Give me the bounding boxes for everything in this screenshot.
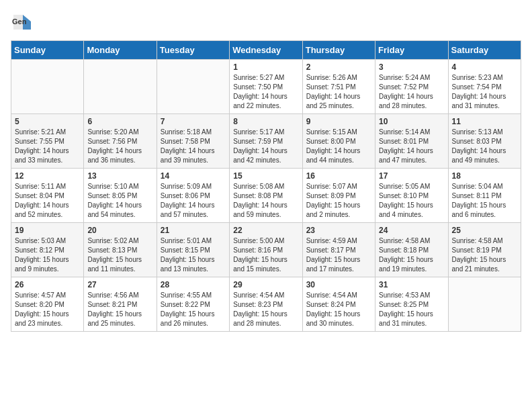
- calendar-day-cell: 21Sunrise: 5:01 AM Sunset: 8:15 PM Dayli…: [157, 223, 229, 277]
- weekday-header: Tuesday: [157, 41, 229, 60]
- calendar-day-cell: 17Sunrise: 5:05 AM Sunset: 8:10 PM Dayli…: [375, 169, 448, 223]
- calendar-day-cell: 3Sunrise: 5:24 AM Sunset: 7:52 PM Daylig…: [375, 60, 448, 114]
- day-info: Sunrise: 4:55 AM Sunset: 8:22 PM Dayligh…: [161, 291, 226, 328]
- calendar-day-cell: 8Sunrise: 5:17 AM Sunset: 7:59 PM Daylig…: [230, 114, 302, 169]
- day-info: Sunrise: 5:07 AM Sunset: 8:09 PM Dayligh…: [306, 182, 371, 220]
- day-number: 29: [233, 280, 298, 289]
- calendar-day-cell: [448, 277, 521, 332]
- day-number: 6: [87, 117, 152, 126]
- logo-icon: Gen: [11, 11, 32, 32]
- calendar-day-cell: 16Sunrise: 5:07 AM Sunset: 8:09 PM Dayli…: [302, 169, 375, 223]
- day-number: 9: [306, 117, 371, 126]
- calendar-day-cell: 13Sunrise: 5:10 AM Sunset: 8:05 PM Dayli…: [84, 169, 157, 223]
- calendar-week-row: 19Sunrise: 5:03 AM Sunset: 8:12 PM Dayli…: [11, 223, 521, 277]
- day-number: 16: [306, 171, 371, 181]
- calendar-day-cell: 22Sunrise: 5:00 AM Sunset: 8:16 PM Dayli…: [230, 223, 302, 277]
- calendar-day-cell: 2Sunrise: 5:26 AM Sunset: 7:51 PM Daylig…: [302, 60, 375, 114]
- calendar-day-cell: 27Sunrise: 4:56 AM Sunset: 8:21 PM Dayli…: [84, 277, 157, 332]
- day-number: 8: [233, 117, 298, 126]
- day-info: Sunrise: 5:20 AM Sunset: 7:56 PM Dayligh…: [87, 128, 152, 165]
- calendar-table: SundayMondayTuesdayWednesdayThursdayFrid…: [11, 40, 521, 332]
- calendar-day-cell: 18Sunrise: 5:04 AM Sunset: 8:11 PM Dayli…: [448, 169, 521, 223]
- calendar-week-row: 12Sunrise: 5:11 AM Sunset: 8:04 PM Dayli…: [11, 169, 521, 223]
- calendar-day-cell: [157, 60, 229, 114]
- day-number: 10: [379, 117, 444, 126]
- day-info: Sunrise: 5:13 AM Sunset: 8:03 PM Dayligh…: [452, 128, 517, 165]
- day-number: 19: [15, 226, 80, 235]
- calendar-day-cell: 23Sunrise: 4:59 AM Sunset: 8:17 PM Dayli…: [302, 223, 375, 277]
- calendar-day-cell: 29Sunrise: 4:54 AM Sunset: 8:23 PM Dayli…: [230, 277, 302, 332]
- calendar-day-cell: 14Sunrise: 5:09 AM Sunset: 8:06 PM Dayli…: [157, 169, 229, 223]
- day-number: 11: [452, 117, 517, 126]
- day-info: Sunrise: 4:56 AM Sunset: 8:21 PM Dayligh…: [87, 291, 152, 328]
- day-number: 14: [161, 171, 226, 181]
- weekday-header: Saturday: [448, 41, 521, 60]
- calendar-day-cell: 28Sunrise: 4:55 AM Sunset: 8:22 PM Dayli…: [157, 277, 229, 332]
- calendar-day-cell: 6Sunrise: 5:20 AM Sunset: 7:56 PM Daylig…: [84, 114, 157, 169]
- day-number: 25: [452, 226, 517, 235]
- day-info: Sunrise: 5:27 AM Sunset: 7:50 PM Dayligh…: [233, 73, 298, 111]
- day-number: 23: [306, 226, 371, 235]
- day-number: 21: [161, 226, 226, 235]
- page-header: Gen: [11, 11, 521, 32]
- day-number: 30: [306, 280, 371, 289]
- day-number: 27: [87, 280, 152, 289]
- weekday-header: Friday: [375, 41, 448, 60]
- day-info: Sunrise: 4:57 AM Sunset: 8:20 PM Dayligh…: [15, 291, 80, 328]
- calendar-header-row: SundayMondayTuesdayWednesdayThursdayFrid…: [11, 41, 521, 60]
- calendar-day-cell: 31Sunrise: 4:53 AM Sunset: 8:25 PM Dayli…: [375, 277, 448, 332]
- weekday-header: Thursday: [302, 41, 375, 60]
- calendar-week-row: 1Sunrise: 5:27 AM Sunset: 7:50 PM Daylig…: [11, 60, 521, 114]
- day-info: Sunrise: 5:04 AM Sunset: 8:11 PM Dayligh…: [452, 182, 517, 220]
- calendar-day-cell: 15Sunrise: 5:08 AM Sunset: 8:08 PM Dayli…: [230, 169, 302, 223]
- logo: Gen: [11, 11, 35, 32]
- day-number: 4: [452, 62, 517, 72]
- day-number: 7: [161, 117, 226, 126]
- day-number: 28: [161, 280, 226, 289]
- day-number: 5: [15, 117, 80, 126]
- day-number: 2: [306, 62, 371, 72]
- day-info: Sunrise: 5:03 AM Sunset: 8:12 PM Dayligh…: [15, 236, 80, 274]
- day-info: Sunrise: 4:53 AM Sunset: 8:25 PM Dayligh…: [379, 291, 444, 328]
- calendar-day-cell: 4Sunrise: 5:23 AM Sunset: 7:54 PM Daylig…: [448, 60, 521, 114]
- calendar-day-cell: 20Sunrise: 5:02 AM Sunset: 8:13 PM Dayli…: [84, 223, 157, 277]
- day-info: Sunrise: 5:21 AM Sunset: 7:55 PM Dayligh…: [15, 128, 80, 165]
- day-info: Sunrise: 4:54 AM Sunset: 8:24 PM Dayligh…: [306, 291, 371, 328]
- weekday-header: Wednesday: [230, 41, 302, 60]
- day-number: 15: [233, 171, 298, 181]
- day-info: Sunrise: 5:17 AM Sunset: 7:59 PM Dayligh…: [233, 128, 298, 165]
- calendar-day-cell: 7Sunrise: 5:18 AM Sunset: 7:58 PM Daylig…: [157, 114, 229, 169]
- day-info: Sunrise: 5:08 AM Sunset: 8:08 PM Dayligh…: [233, 182, 298, 220]
- calendar-day-cell: 19Sunrise: 5:03 AM Sunset: 8:12 PM Dayli…: [11, 223, 84, 277]
- day-info: Sunrise: 5:01 AM Sunset: 8:15 PM Dayligh…: [161, 236, 226, 274]
- day-number: 3: [379, 62, 444, 72]
- weekday-header: Monday: [84, 41, 157, 60]
- day-info: Sunrise: 5:00 AM Sunset: 8:16 PM Dayligh…: [233, 236, 298, 274]
- calendar-day-cell: 5Sunrise: 5:21 AM Sunset: 7:55 PM Daylig…: [11, 114, 84, 169]
- day-info: Sunrise: 4:59 AM Sunset: 8:17 PM Dayligh…: [306, 236, 371, 274]
- day-number: 22: [233, 226, 298, 235]
- day-info: Sunrise: 5:15 AM Sunset: 8:00 PM Dayligh…: [306, 128, 371, 165]
- calendar-day-cell: 11Sunrise: 5:13 AM Sunset: 8:03 PM Dayli…: [448, 114, 521, 169]
- day-info: Sunrise: 5:26 AM Sunset: 7:51 PM Dayligh…: [306, 73, 371, 111]
- day-info: Sunrise: 5:09 AM Sunset: 8:06 PM Dayligh…: [161, 182, 226, 220]
- day-info: Sunrise: 4:54 AM Sunset: 8:23 PM Dayligh…: [233, 291, 298, 328]
- calendar-week-row: 5Sunrise: 5:21 AM Sunset: 7:55 PM Daylig…: [11, 114, 521, 169]
- day-number: 18: [452, 171, 517, 181]
- calendar-day-cell: 26Sunrise: 4:57 AM Sunset: 8:20 PM Dayli…: [11, 277, 84, 332]
- calendar-day-cell: [11, 60, 84, 114]
- day-info: Sunrise: 5:18 AM Sunset: 7:58 PM Dayligh…: [161, 128, 226, 165]
- day-info: Sunrise: 5:10 AM Sunset: 8:05 PM Dayligh…: [87, 182, 152, 220]
- calendar-week-row: 26Sunrise: 4:57 AM Sunset: 8:20 PM Dayli…: [11, 277, 521, 332]
- calendar-day-cell: 10Sunrise: 5:14 AM Sunset: 8:01 PM Dayli…: [375, 114, 448, 169]
- calendar-day-cell: [84, 60, 157, 114]
- day-number: 17: [379, 171, 444, 181]
- day-info: Sunrise: 4:58 AM Sunset: 8:19 PM Dayligh…: [452, 236, 517, 274]
- svg-text:Gen: Gen: [12, 17, 27, 26]
- day-info: Sunrise: 5:23 AM Sunset: 7:54 PM Dayligh…: [452, 73, 517, 111]
- weekday-header: Sunday: [11, 41, 84, 60]
- day-number: 24: [379, 226, 444, 235]
- calendar-day-cell: 12Sunrise: 5:11 AM Sunset: 8:04 PM Dayli…: [11, 169, 84, 223]
- day-info: Sunrise: 5:14 AM Sunset: 8:01 PM Dayligh…: [379, 128, 444, 165]
- day-number: 12: [15, 171, 80, 181]
